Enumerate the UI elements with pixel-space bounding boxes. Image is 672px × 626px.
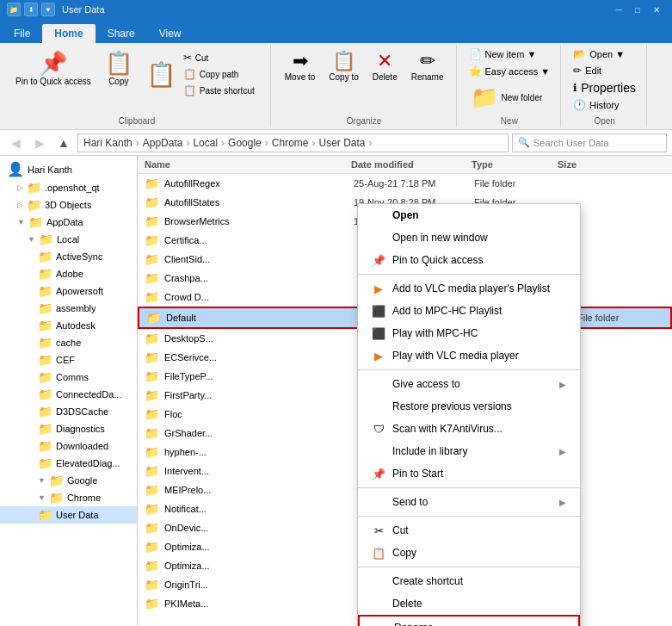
maximize-button[interactable]: □ <box>629 3 646 16</box>
new-group: 📄 New item ▼ ⭐ Easy access ▼ 📁 New folde… <box>459 45 562 127</box>
cm-play-vlc[interactable]: ▶ Play with VLC media player <box>358 344 580 367</box>
up-button[interactable]: ▲ <box>53 133 74 152</box>
breadcrumb-item-0[interactable]: Hari Kanth <box>83 137 133 149</box>
sidebar-item-autodesk[interactable]: 📁 Autodesk <box>0 317 137 334</box>
cm-include-library[interactable]: Include in library ▶ <box>358 440 580 462</box>
move-to-button[interactable]: ➡ Move to <box>280 46 321 85</box>
cm-copy[interactable]: 📋 Copy <box>358 542 580 564</box>
breadcrumb-item-2[interactable]: Local <box>193 137 218 149</box>
copy-path-button[interactable]: 📋 Copy path <box>180 66 258 82</box>
sidebar-item-openshot[interactable]: ▷ 📁 .openshot_qt <box>0 179 137 196</box>
cm-delete[interactable]: Delete <box>358 592 580 615</box>
folder-icon: 📁 <box>38 284 52 298</box>
cm-scan-k7[interactable]: 🛡 Scan with K7AntiVirus... <box>358 418 580 440</box>
new-item-button[interactable]: 📄 New item ▼ <box>465 46 540 62</box>
sidebar-item-d3dscache[interactable]: 📁 D3DSCache <box>0 403 137 420</box>
cut-button[interactable]: ✂ Cut <box>180 50 258 65</box>
sidebar-item-cache[interactable]: 📁 cache <box>0 334 137 351</box>
cm-add-to-mpc[interactable]: ⬛ Add to MPC-HC Playlist <box>358 300 580 322</box>
title-bar: 📁 ⬇ ▼ User Data ─ □ ✕ <box>0 0 672 19</box>
sidebar-item-diagnostics[interactable]: 📁 Diagnostics <box>0 420 137 437</box>
sidebar-item-appdata[interactable]: ▼ 📁 AppData <box>0 214 137 231</box>
folder-icon: 📁 <box>38 439 52 453</box>
paste-shortcut-button[interactable]: 📋 Paste shortcut <box>180 83 258 98</box>
organize-group-label: Organize <box>347 116 382 126</box>
cm-rename-icon <box>373 621 387 626</box>
sidebar-item-google[interactable]: ▼ 📁 Google <box>0 472 137 489</box>
breadcrumb-item-4[interactable]: Chrome <box>272 137 309 149</box>
cm-play-mpc[interactable]: ⬛ Play with MPC-HC <box>358 322 580 344</box>
history-button[interactable]: 🕐 History <box>570 97 622 113</box>
open-button[interactable]: 📂 Open ▼ <box>570 46 628 62</box>
close-button[interactable]: ✕ <box>648 3 665 16</box>
paste-button[interactable]: 📋 ✂ Cut 📋 Copy path 📋 Paste shortcut <box>141 46 263 102</box>
rename-icon: ✏ <box>420 50 435 72</box>
sidebar-item-activesync[interactable]: 📁 ActiveSync <box>0 248 137 265</box>
new-folder-button[interactable]: 📁 New folder <box>465 81 548 115</box>
sep-2: › <box>221 137 225 149</box>
sidebar-item-apowersoft[interactable]: 📁 Apowersoft <box>0 282 137 300</box>
cm-arrow-icon: ▶ <box>559 447 566 456</box>
cm-pin-to-start[interactable]: 📌 Pin to Start <box>358 462 580 485</box>
breadcrumb-item-3[interactable]: Google <box>228 137 262 149</box>
forward-button[interactable]: ▶ <box>29 133 50 152</box>
title-bar-folder-icon: 📁 <box>7 3 21 16</box>
back-button[interactable]: ◀ <box>5 133 26 152</box>
tab-home[interactable]: Home <box>42 24 95 43</box>
cm-open-new-window-icon <box>372 231 385 245</box>
sidebar-item-connectedda[interactable]: 📁 ConnectedDa... <box>0 386 137 403</box>
history-icon: 🕐 <box>573 99 586 111</box>
title-bar-back-icon[interactable]: ⬇ <box>24 3 38 16</box>
folder-icon: 📁 <box>145 540 159 554</box>
tab-share[interactable]: Share <box>96 24 147 43</box>
tab-file[interactable]: File <box>2 24 42 43</box>
col-header-name[interactable]: Name <box>145 159 351 170</box>
sidebar-item-userdata[interactable]: 📁 User Data <box>0 506 137 524</box>
copy-button[interactable]: 📋 Copy <box>100 46 138 90</box>
properties-button[interactable]: ℹ Properties <box>570 79 639 96</box>
sidebar-item-downloaded[interactable]: 📁 Downloaded <box>0 437 137 455</box>
breadcrumb-item-5[interactable]: User Data <box>318 137 365 149</box>
minimize-button[interactable]: ─ <box>610 3 627 16</box>
rename-button[interactable]: ✏ Rename <box>406 46 449 85</box>
tab-view[interactable]: View <box>147 24 194 43</box>
cm-open-new-window[interactable]: Open in new window <box>358 226 580 249</box>
sidebar-item-user[interactable]: 👤 Hari Kanth <box>0 159 137 179</box>
cm-give-access[interactable]: Give access to ▶ <box>358 373 580 395</box>
sidebar-item-3dobjects[interactable]: ▷ 📁 3D Objects <box>0 196 137 214</box>
search-box[interactable]: 🔍 Search User Data <box>512 133 667 152</box>
cm-rename[interactable]: Rename <box>358 615 580 626</box>
delete-button[interactable]: ✕ Delete <box>367 46 403 85</box>
col-header-date[interactable]: Date modified <box>351 159 472 170</box>
sidebar-item-local[interactable]: ▼ 📁 Local <box>0 231 137 248</box>
search-placeholder: Search User Data <box>533 138 608 148</box>
breadcrumb[interactable]: Hari Kanth › AppData › Local › Google › … <box>77 133 509 152</box>
breadcrumb-item-1[interactable]: AppData <box>143 137 183 149</box>
cm-restore-previous[interactable]: Restore previous versions <box>358 395 580 418</box>
sidebar-item-assembly[interactable]: 📁 assembly <box>0 300 137 317</box>
cm-add-to-vlc[interactable]: ▶ Add to VLC media player's Playlist <box>358 277 580 300</box>
cm-open[interactable]: Open <box>358 204 580 226</box>
cm-cut[interactable]: ✂ Cut <box>358 519 580 542</box>
sidebar-item-comms[interactable]: 📁 Comms <box>0 369 137 386</box>
folder-icon: 📁 <box>145 195 159 209</box>
col-header-type[interactable]: Type <box>472 159 558 170</box>
cm-send-to[interactable]: Send to ▶ <box>358 491 580 513</box>
sidebar-item-cef[interactable]: 📁 CEF <box>0 351 137 369</box>
cm-pin-icon: 📌 <box>372 253 385 267</box>
sidebar-item-adobe[interactable]: 📁 Adobe <box>0 265 137 282</box>
col-header-size[interactable]: Size <box>558 159 665 170</box>
cm-pin-to-quick-access[interactable]: 📌 Pin to Quick access <box>358 249 580 271</box>
folder-icon: 📁 <box>145 290 159 304</box>
sidebar-item-chrome[interactable]: ▼ 📁 Chrome <box>0 489 137 506</box>
expand-icon: ▼ <box>28 235 35 244</box>
file-row[interactable]: 📁 AutofillRegex 25-Aug-21 7:18 PM File f… <box>138 174 672 193</box>
pin-to-quick-access-button[interactable]: 📌 Pin to Quick access <box>10 46 96 90</box>
cm-k7-icon: 🛡 <box>372 422 385 436</box>
easy-access-button[interactable]: ⭐ Easy access ▼ <box>465 64 554 79</box>
copy-to-button[interactable]: 📋 Copy to <box>324 46 363 85</box>
sidebar-item-elevateddiag[interactable]: 📁 ElevatedDiag... <box>0 455 137 472</box>
title-bar-dropdown-icon[interactable]: ▼ <box>41 3 55 16</box>
edit-button[interactable]: ✏ Edit <box>570 63 605 78</box>
cm-create-shortcut[interactable]: Create shortcut <box>358 570 580 592</box>
